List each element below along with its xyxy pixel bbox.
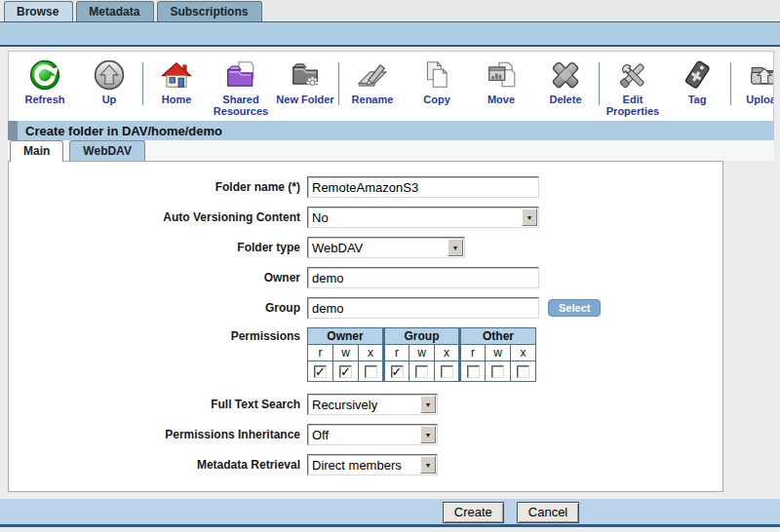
perm-checkbox-other-w[interactable] <box>491 365 504 378</box>
shared-resources-button[interactable]: Shared Resources <box>209 58 273 117</box>
home-button[interactable]: Home <box>144 58 209 105</box>
section-header: Create folder in DAV/home/demo <box>8 121 774 140</box>
footer-buttons: Create Cancel <box>443 500 580 523</box>
shared-folder-icon <box>224 58 257 92</box>
cancel-button[interactable]: Cancel <box>517 502 579 523</box>
footer-bar: Create Cancel <box>0 499 780 527</box>
perm-checkbox-owner-w[interactable] <box>339 365 352 378</box>
owner-label: Owner <box>9 271 307 285</box>
edit-properties-button[interactable]: Edit Properties <box>601 58 665 117</box>
auto-versioning-value: No <box>312 210 329 225</box>
bit-label: r <box>308 345 333 361</box>
bit-label: x <box>511 345 536 361</box>
toolbar-separator <box>142 62 143 105</box>
toolbar-item-label: Shared Resources <box>209 94 273 117</box>
folder-name-input[interactable] <box>307 176 539 198</box>
metadata-retrieval-select[interactable]: Direct members ▼ <box>307 454 438 475</box>
perm-checkbox-other-x[interactable] <box>517 365 529 378</box>
chevron-down-icon[interactable]: ▼ <box>420 426 436 443</box>
group-row: Group Select <box>9 297 722 319</box>
header-band <box>0 21 780 47</box>
tab-subscriptions[interactable]: Subscriptions <box>157 1 262 21</box>
perm-checkbox-group-x[interactable] <box>441 365 453 378</box>
spacer <box>0 527 780 529</box>
header-accent-square <box>8 121 18 140</box>
bit-label: x <box>435 345 460 361</box>
permissions-owner-header: Owner <box>308 328 384 345</box>
chevron-down-icon[interactable]: ▼ <box>420 396 436 413</box>
bit-label: w <box>410 345 435 361</box>
toolbar-item-label: Home <box>162 94 192 105</box>
auto-versioning-select[interactable]: No ▼ <box>307 207 539 228</box>
form-tab-bar: Main WebDAV <box>8 140 774 161</box>
copy-pages-icon <box>420 58 453 92</box>
auto-versioning-label: Auto Versioning Content <box>9 210 307 224</box>
folder-type-select[interactable]: WebDAV ▼ <box>307 237 465 258</box>
toolbar: Refresh Up Home <box>8 51 774 121</box>
up-button[interactable]: Up <box>77 58 141 105</box>
group-label: Group <box>9 301 307 315</box>
tag-button[interactable]: Tag <box>665 58 729 105</box>
perm-checkbox-group-w[interactable] <box>415 365 428 378</box>
toolbar-separator <box>730 62 731 105</box>
full-text-search-row: Full Text Search Recursively ▼ <box>9 394 722 415</box>
rename-button[interactable]: Rename <box>340 58 405 105</box>
toolbar-item-label: Edit Properties <box>601 94 665 117</box>
move-button[interactable]: Move <box>469 58 533 105</box>
permissions-group-header-row: Owner Group Other <box>308 328 536 345</box>
owner-row: Owner <box>9 267 722 288</box>
toolbar-item-label: Refresh <box>25 94 65 105</box>
permissions-group-header: Group <box>384 328 460 345</box>
perm-checkbox-other-r[interactable] <box>467 365 480 378</box>
group-input[interactable] <box>307 297 539 319</box>
bit-label: w <box>333 345 359 361</box>
chevron-down-icon[interactable]: ▼ <box>420 456 436 474</box>
bit-label: r <box>460 345 486 361</box>
top-tab-strip: Browse Metadata Subscriptions <box>0 0 780 21</box>
permissions-inheritance-row: Permissions Inheritance Off ▼ <box>9 424 722 445</box>
toolbar-item-label: Delete <box>549 94 581 105</box>
tab-metadata[interactable]: Metadata <box>76 1 154 21</box>
toolbar-item-label: Rename <box>352 94 394 105</box>
chevron-down-icon[interactable]: ▼ <box>448 239 463 256</box>
permissions-inheritance-value: Off <box>312 428 329 442</box>
bit-label: x <box>359 345 384 361</box>
folder-type-label: Folder type <box>9 241 307 254</box>
content-area: Refresh Up Home <box>8 51 774 492</box>
delete-button[interactable]: Delete <box>533 58 598 105</box>
full-text-search-value: Recursively <box>312 398 377 412</box>
toolbar-separator <box>338 62 339 105</box>
owner-input[interactable] <box>307 267 539 288</box>
tab-main[interactable]: Main <box>10 140 63 162</box>
refresh-button[interactable]: Refresh <box>13 58 77 105</box>
copy-button[interactable]: Copy <box>405 58 469 105</box>
metadata-retrieval-value: Direct members <box>312 458 402 473</box>
toolbar-item-label: Upload <box>746 94 774 105</box>
perm-checkbox-owner-x[interactable] <box>365 365 377 378</box>
bit-label: w <box>486 345 511 361</box>
permissions-inheritance-select[interactable]: Off ▼ <box>307 424 438 445</box>
refresh-icon <box>28 58 61 92</box>
new-folder-button[interactable]: New Folder <box>273 58 337 105</box>
auto-versioning-row: Auto Versioning Content No ▼ <box>9 207 722 228</box>
folder-name-row: Folder name (*) <box>9 176 722 198</box>
perm-checkbox-group-r[interactable] <box>391 365 404 378</box>
chevron-down-icon[interactable]: ▼ <box>522 209 537 226</box>
toolbar-item-label: Move <box>488 94 515 105</box>
up-arrow-icon <box>93 58 126 92</box>
permissions-row: Permissions Owner Group Other r w x r w … <box>9 327 722 382</box>
tab-webdav[interactable]: WebDAV <box>69 140 145 161</box>
upload-button[interactable]: Upload <box>732 58 774 105</box>
permissions-label: Permissions <box>9 327 307 343</box>
full-text-search-label: Full Text Search <box>9 398 307 411</box>
perm-checkbox-owner-r[interactable] <box>314 365 327 378</box>
metadata-retrieval-label: Metadata Retrieval <box>9 458 307 472</box>
group-select-button[interactable]: Select <box>548 299 601 317</box>
spacer <box>0 492 780 499</box>
create-button[interactable]: Create <box>443 502 504 523</box>
toolbar-item-label: Up <box>102 94 117 105</box>
home-icon <box>160 58 193 92</box>
folder-name-label: Folder name (*) <box>9 180 307 194</box>
tab-browse[interactable]: Browse <box>4 1 73 21</box>
full-text-search-select[interactable]: Recursively ▼ <box>307 394 438 415</box>
